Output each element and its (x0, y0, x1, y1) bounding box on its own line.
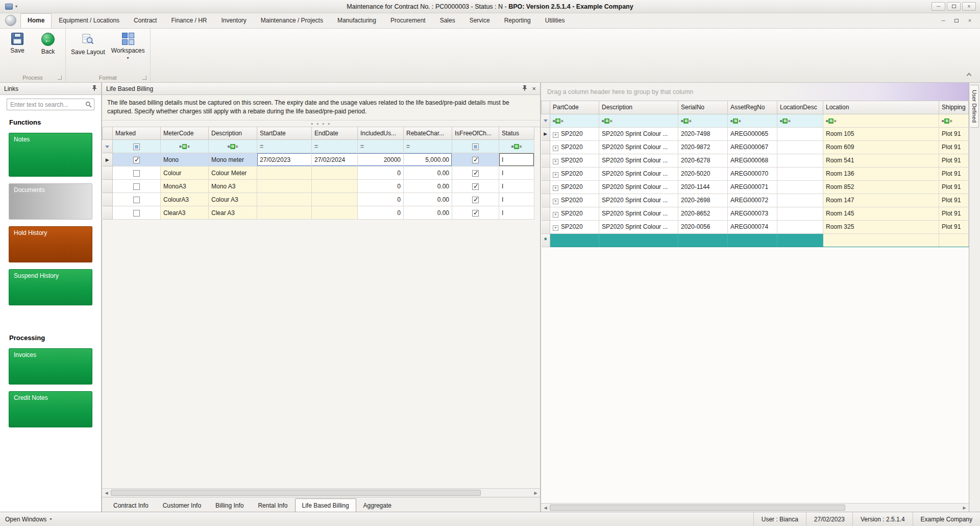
column-header-locationdesc[interactable]: LocationDesc (777, 101, 823, 114)
cell-location-desc[interactable] (777, 194, 823, 207)
scrollbar-track[interactable] (111, 489, 531, 497)
cell-is-free-of-charge[interactable] (452, 153, 499, 166)
new-row-cell[interactable] (777, 233, 823, 247)
scrollbar-track[interactable] (550, 504, 960, 512)
cell-part-code[interactable]: +SP2020 (550, 220, 599, 233)
expand-icon[interactable]: + (553, 185, 558, 191)
column-header-status[interactable]: Status (499, 127, 534, 140)
link-button-hold-history[interactable]: Hold History (9, 226, 92, 262)
link-button-invoices[interactable]: Invoices (9, 348, 92, 385)
cell-is-free-of-charge[interactable] (452, 206, 499, 220)
link-button-credit-notes[interactable]: Credit Notes (9, 391, 92, 427)
search-icon[interactable] (85, 101, 92, 109)
filter-cell[interactable]: = (404, 140, 452, 153)
equals-filter-icon[interactable]: = (260, 143, 263, 150)
tab-customer-info[interactable]: Customer Info (156, 499, 208, 512)
cell-included-usage[interactable]: 20000 (358, 153, 404, 166)
cell-description[interactable]: SP2020 Sprint Colour ... (599, 167, 678, 180)
column-header-metercode[interactable]: MeterCode (161, 127, 209, 140)
cell-part-code[interactable]: +SP2020 (550, 154, 599, 167)
filter-cell[interactable] (452, 140, 499, 153)
cell-description[interactable]: Colour A3 (209, 193, 257, 206)
cell-status[interactable]: I (499, 193, 534, 206)
application-button[interactable] (3, 13, 20, 28)
cell-end-date[interactable] (312, 180, 358, 193)
table-row[interactable]: +SP2020SP2020 Sprint Colour ...2020-1144… (542, 180, 969, 194)
cell-shipping[interactable]: Plot 91 (939, 154, 969, 167)
column-header-description[interactable]: Description (209, 127, 257, 140)
cell-included-usage[interactable]: 0 (358, 206, 404, 220)
cell-description[interactable]: Clear A3 (209, 206, 257, 220)
cell-part-code[interactable]: +SP2020 (550, 167, 599, 180)
cell-shipping[interactable]: Plot 91 (939, 180, 969, 194)
ribbon-tab-procurement[interactable]: Procurement (383, 13, 433, 28)
cell-description[interactable]: SP2020 Sprint Colour ... (599, 207, 678, 220)
equals-filter-icon[interactable]: = (360, 143, 364, 150)
cell-end-date[interactable] (312, 193, 358, 206)
checkbox[interactable] (472, 157, 479, 163)
cell-description[interactable]: SP2020 Sprint Colour ... (599, 194, 678, 207)
checkbox[interactable] (472, 210, 479, 217)
table-row[interactable]: +SP2020SP2020 Sprint Colour ...2020-9872… (542, 140, 969, 154)
cell-meter-code[interactable]: Mono (161, 153, 209, 166)
filter-cell[interactable]: aBc (823, 114, 939, 127)
cell-part-code[interactable]: +SP2020 (550, 127, 599, 140)
link-button-notes[interactable]: Notes (9, 133, 92, 177)
pin-icon[interactable] (92, 85, 97, 92)
checkbox[interactable] (133, 197, 140, 203)
new-row-cell[interactable] (728, 233, 777, 247)
expand-icon[interactable]: + (553, 132, 558, 138)
cell-rebate-charge[interactable]: 5,000.00 (404, 153, 452, 166)
checkbox[interactable] (133, 157, 140, 163)
cell-asset-reg-no[interactable]: AREG000067 (728, 140, 777, 154)
table-row[interactable]: +SP2020SP2020 Sprint Colour ...2020-0056… (542, 220, 969, 233)
ribbon-tab-inventory[interactable]: Inventory (214, 13, 253, 28)
dialog-launcher-icon[interactable] (142, 76, 146, 80)
mdi-restore-icon[interactable] (950, 17, 963, 25)
cell-asset-reg-no[interactable]: AREG000071 (728, 180, 777, 194)
cell-location-desc[interactable] (777, 180, 823, 194)
cell-location-desc[interactable] (777, 167, 823, 180)
column-header-serialno[interactable]: SerialNo (678, 101, 728, 114)
column-header-marked[interactable]: Marked (113, 127, 161, 140)
filter-cell[interactable]: aBc (161, 140, 209, 153)
tab-aggregate[interactable]: Aggregate (356, 499, 399, 512)
scroll-right-icon[interactable]: ▶ (960, 506, 969, 510)
expand-icon[interactable]: + (553, 172, 558, 178)
checkbox[interactable] (472, 183, 479, 190)
filter-cell[interactable]: = (312, 140, 358, 153)
table-row[interactable]: MonoA3Mono A300.00I (103, 180, 534, 193)
cell-asset-reg-no[interactable]: AREG000065 (728, 127, 777, 140)
abc-filter-icon[interactable]: aBc (681, 118, 692, 124)
cell-part-code[interactable]: +SP2020 (550, 140, 599, 154)
cell-serial-no[interactable]: 2020-6278 (678, 154, 728, 167)
cell-status[interactable]: I (499, 180, 534, 193)
append-row[interactable]: * (542, 233, 969, 247)
abc-filter-icon[interactable]: aBc (511, 144, 522, 149)
cell-asset-reg-no[interactable]: AREG000068 (728, 154, 777, 167)
table-row[interactable]: +SP2020SP2020 Sprint Colour ...2020-8652… (542, 207, 969, 220)
cell-description[interactable]: Mono meter (209, 153, 257, 166)
filter-cell[interactable]: = (257, 140, 312, 153)
cell-asset-reg-no[interactable]: AREG000072 (728, 194, 777, 207)
cell-location[interactable]: Room 541 (823, 154, 939, 167)
cell-description[interactable]: SP2020 Sprint Colour ... (599, 127, 678, 140)
scroll-right-icon[interactable]: ▶ (531, 491, 540, 495)
filter-cell[interactable]: aBc (939, 114, 969, 127)
tab-life-based-billing[interactable]: Life Based Billing (295, 498, 356, 512)
cell-asset-reg-no[interactable]: AREG000073 (728, 207, 777, 220)
cell-start-date[interactable] (257, 180, 312, 193)
table-row[interactable]: ▶MonoMono meter27/02/202327/02/202420000… (103, 153, 534, 166)
column-header-startdate[interactable]: StartDate (257, 127, 312, 140)
cell-meter-code[interactable]: ColourA3 (161, 193, 209, 206)
cell-included-usage[interactable]: 0 (358, 166, 404, 180)
table-row[interactable]: +SP2020SP2020 Sprint Colour ...2020-2698… (542, 194, 969, 207)
cell-start-date[interactable] (257, 166, 312, 180)
cell-description[interactable]: SP2020 Sprint Colour ... (599, 180, 678, 194)
cell-rebate-charge[interactable]: 0.00 (404, 180, 452, 193)
checkbox[interactable] (133, 170, 140, 177)
filter-cell[interactable]: aBc (499, 140, 534, 153)
filter-cell[interactable]: aBc (209, 140, 257, 153)
cell-part-code[interactable]: +SP2020 (550, 194, 599, 207)
ribbon-tab-utilities[interactable]: Utilities (538, 13, 572, 28)
